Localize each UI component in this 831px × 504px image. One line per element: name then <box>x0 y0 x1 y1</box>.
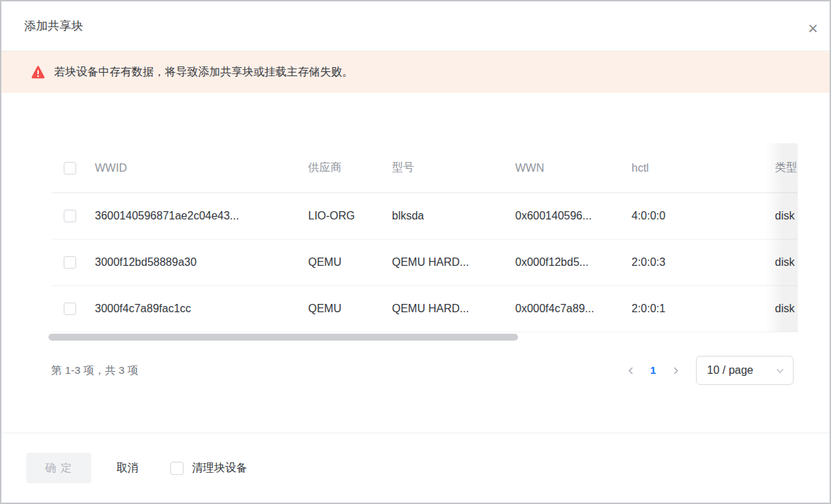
cell-wwid: 3000f12bd58889a30 <box>95 240 308 286</box>
table-row[interactable]: 3000f4c7a89fac1cc QEMU QEMU HARD... 0x00… <box>51 286 798 332</box>
pagination: 第 1-3 项，共 3 项 1 10 / page <box>51 356 794 385</box>
cell-hctl: 2:0:0:3 <box>632 240 775 286</box>
row-checkbox[interactable] <box>64 256 76 269</box>
cell-wwid: 3600140596871ae2c04e43... <box>95 193 308 240</box>
cell-type: disk <box>775 240 798 286</box>
add-shared-block-dialog: 添加共享块 ✕ 若块设备中存有数据，将导致添加共享块或挂载主存储失败。 WWID… <box>0 0 831 504</box>
warning-triangle-icon <box>31 66 45 79</box>
cell-model: QEMU HARD... <box>392 286 515 332</box>
warning-text: 若块设备中存有数据，将导致添加共享块或挂载主存储失败。 <box>54 65 353 80</box>
row-checkbox[interactable] <box>64 303 76 315</box>
page-size-select[interactable]: 10 / page <box>696 356 794 385</box>
cell-model: QEMU HARD... <box>392 240 515 286</box>
cell-model: blksda <box>392 193 515 240</box>
cell-hctl: 2:0:0:1 <box>632 286 775 332</box>
cell-type: disk <box>775 286 798 332</box>
cell-wwn: 0x000f4c7a89... <box>515 286 632 332</box>
horizontal-scrollbar <box>48 334 798 341</box>
cell-wwn: 0x000f12bd5... <box>515 240 632 286</box>
cleanup-label: 清理块设备 <box>192 461 247 476</box>
next-page-button[interactable] <box>664 359 686 381</box>
device-table: WWID 供应商 型号 WWN hctl 类型 3600140596871ae2… <box>51 143 798 332</box>
table-row[interactable]: 3600140596871ae2c04e43... LIO-ORG blksda… <box>51 193 798 240</box>
dialog-title: 添加共享块 <box>24 18 83 34</box>
dialog-footer: 确 定 取消 清理块设备 <box>1 433 830 503</box>
column-header-type: 类型 <box>775 143 798 193</box>
cell-hctl: 4:0:0:0 <box>632 193 775 240</box>
row-checkbox[interactable] <box>64 210 76 222</box>
page-size-value: 10 / page <box>707 364 753 377</box>
cell-vendor: LIO-ORG <box>308 193 392 240</box>
pagination-total: 第 1-3 项，共 3 项 <box>51 363 138 378</box>
dialog-header: 添加共享块 <box>1 1 830 51</box>
chevron-down-icon <box>776 366 785 375</box>
ok-button[interactable]: 确 定 <box>26 453 91 483</box>
scrollbar-thumb[interactable] <box>48 334 518 341</box>
cell-type: disk <box>775 193 798 240</box>
chevron-right-icon <box>671 366 680 375</box>
chevron-left-icon <box>627 366 636 375</box>
close-icon[interactable]: ✕ <box>804 19 822 37</box>
cleanup-checkbox[interactable] <box>170 462 184 475</box>
prev-page-button[interactable] <box>620 359 642 381</box>
column-header-model: 型号 <box>392 143 515 193</box>
column-header-vendor: 供应商 <box>308 143 392 193</box>
table-row[interactable]: 3000f12bd58889a30 QEMU QEMU HARD... 0x00… <box>51 240 798 286</box>
current-page[interactable]: 1 <box>642 359 664 381</box>
column-header-wwid: WWID <box>95 143 308 193</box>
column-header-hctl: hctl <box>632 143 775 193</box>
cancel-button[interactable]: 取消 <box>116 461 138 476</box>
table-header-row: WWID 供应商 型号 WWN hctl 类型 <box>51 143 798 193</box>
cell-vendor: QEMU <box>308 240 392 286</box>
column-header-wwn: WWN <box>515 143 632 193</box>
warning-alert: 若块设备中存有数据，将导致添加共享块或挂载主存储失败。 <box>1 51 830 93</box>
cell-vendor: QEMU <box>308 286 392 332</box>
cleanup-option: 清理块设备 <box>170 461 247 476</box>
pager: 1 10 / page <box>620 356 794 385</box>
cell-wwid: 3000f4c7a89fac1cc <box>95 286 308 332</box>
cell-wwn: 0x600140596... <box>515 193 632 240</box>
select-all-checkbox[interactable] <box>64 162 76 174</box>
